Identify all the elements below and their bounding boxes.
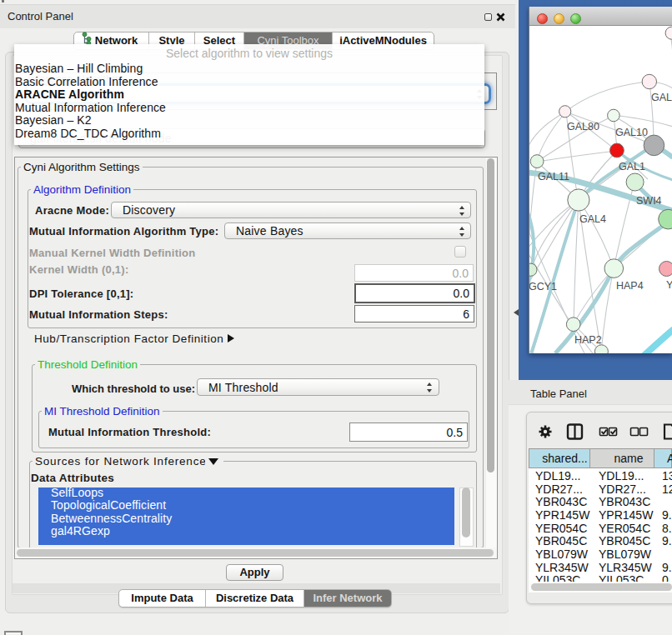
svg-text:GAL1: GAL1 bbox=[619, 161, 645, 172]
svg-text:GAL80: GAL80 bbox=[567, 121, 599, 132]
svg-text:GCY1: GCY1 bbox=[529, 281, 557, 292]
svg-text:GAL2: GAL2 bbox=[651, 92, 672, 103]
svg-text:HAP4: HAP4 bbox=[616, 280, 644, 292]
svg-text:Y: Y bbox=[666, 279, 672, 291]
svg-text:HAP2: HAP2 bbox=[574, 334, 602, 346]
svg-text:GAL10: GAL10 bbox=[615, 127, 648, 138]
svg-text:GAL11: GAL11 bbox=[538, 171, 569, 182]
svg-text:SWI4: SWI4 bbox=[636, 195, 662, 207]
svg-text:GAL4: GAL4 bbox=[579, 213, 606, 225]
